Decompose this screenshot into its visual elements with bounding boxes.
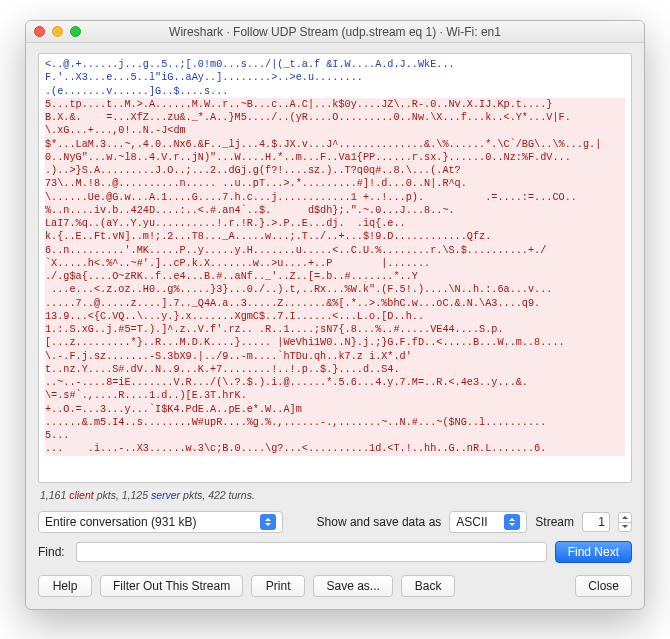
stream-line[interactable]: ./.g$a{....O~zRK..f..e4...B.#..aNf.._'..… [45, 270, 625, 283]
stream-line[interactable]: 0..NyG"...w.~l8..4.V.r..jN)"...W....H.*.… [45, 151, 625, 164]
window-controls [34, 26, 81, 37]
stream-line[interactable]: 5...tp....t..M.>.A......M.W..r..~B...c..… [45, 98, 625, 111]
stream-line[interactable]: +..O.=...3...y...`I$K4.PdE.A..pE.e*.W..A… [45, 403, 625, 416]
stream-line[interactable]: k.{..E..Ft.vN]..m!;.2...T8..._A.....w...… [45, 230, 625, 243]
close-button[interactable]: Close [575, 575, 632, 597]
stats-tail: pkts, 422 turns. [183, 489, 255, 501]
conversation-select-value: Entire conversation (931 kB) [45, 515, 196, 529]
stream-label: Stream [535, 515, 574, 529]
find-next-button[interactable]: Find Next [555, 541, 632, 563]
server-word: server [151, 489, 180, 501]
find-input[interactable] [76, 542, 547, 562]
stream-line[interactable]: \=.s#`.,....R....1.d..)[E.3T.hrK. [45, 389, 625, 402]
stream-line[interactable]: ......&.m5.I4..s........W#upR....%g.%.,.… [45, 416, 625, 429]
window-frame: Wireshark · Follow UDP Stream (udp.strea… [25, 20, 645, 610]
stream-line[interactable]: ..~..-....8=iE.......V.R.../(\.?.$.).i.@… [45, 376, 625, 389]
stream-line[interactable]: .)..>}S.A.........J.O..;...2..dGj.g(f?!.… [45, 164, 625, 177]
stream-line[interactable]: 1.:.S.xG..j.#5=T.).]^.z..V.f'.rz.. .R..1… [45, 323, 625, 336]
stream-line[interactable]: \.-.F.j.sz.......-S.3bX9.|../9..-m....`h… [45, 350, 625, 363]
filter-out-stream-button[interactable]: Filter Out This Stream [100, 575, 243, 597]
print-button[interactable]: Print [251, 575, 305, 597]
stream-line[interactable]: %..n....iv.b..424D....:..<.#.an4`..$. d$… [45, 204, 625, 217]
stream-line[interactable]: B.X.&. =...XfZ...zu&._*.A..}M5..../..(yR… [45, 111, 625, 124]
zoom-window-icon[interactable] [70, 26, 81, 37]
client-word: client [69, 489, 94, 501]
stream-line[interactable]: \......Ue.@G.w...A.1....G....7.h.c...j..… [45, 191, 625, 204]
stats-mid: pkts, [97, 489, 122, 501]
stream-line[interactable]: ... .i...-..X3......w.3\c;B.0....\g?...<… [45, 442, 625, 455]
client-pkts-count: 1,161 [40, 489, 66, 501]
find-label: Find: [38, 545, 68, 559]
stream-line[interactable]: $*...LaM.3...~,.4.0..Nx6.&F.._lj...4.$.J… [45, 138, 625, 151]
conversation-select[interactable]: Entire conversation (931 kB) [38, 511, 283, 533]
dropdown-arrows-icon [504, 514, 520, 530]
stream-line[interactable]: .(e.......v......]G..$....s... [45, 85, 625, 98]
window-title: Wireshark · Follow UDP Stream (udp.strea… [34, 25, 636, 39]
stream-line[interactable]: .....7..@.....z....].7.._Q4A.a..3.....Z.… [45, 297, 625, 310]
titlebar: Wireshark · Follow UDP Stream (udp.strea… [26, 21, 644, 43]
show-as-select[interactable]: ASCII [449, 511, 527, 533]
stream-line[interactable]: LaI7.%q..(aY..Y.yu..........!.r.!R.}.>.P… [45, 217, 625, 230]
stream-line[interactable]: `X.....h<.%^..~#'.]..cP.k.X.......w..>u.… [45, 257, 625, 270]
show-as-value: ASCII [456, 515, 487, 529]
minimize-window-icon[interactable] [52, 26, 63, 37]
stream-line[interactable]: [...z.........*}..R...M.D.K....}..... |W… [45, 336, 625, 349]
stream-line[interactable]: 73\..M.!8..@..........n..... ..u..pT...>… [45, 177, 625, 190]
server-pkts-count: 1,125 [122, 489, 148, 501]
stream-line[interactable]: F.'..X3...e...5..l"iG..aAy..]........>..… [45, 71, 625, 84]
show-as-label: Show and save data as [317, 515, 442, 529]
stream-content[interactable]: <..@.+......j...g..5..;[.0!m0...s.../|(_… [38, 53, 632, 483]
stream-line[interactable]: 6..n.........'.MK.....P..y.....y.H......… [45, 244, 625, 257]
stream-line[interactable]: 13.9...<{C.VQ..\...y.}.x.......XgmC$..7.… [45, 310, 625, 323]
close-window-icon[interactable] [34, 26, 45, 37]
stream-line[interactable]: t..nz.Y....S#.dV..N..9...K.+7........!..… [45, 363, 625, 376]
stream-stepper[interactable] [618, 512, 632, 532]
dropdown-arrows-icon [260, 514, 276, 530]
stream-line[interactable]: ...e...<.z.oz..H0..g%.....}3}...0./..).t… [45, 283, 625, 296]
packet-stats: 1,161 client pkts, 1,125 server pkts, 42… [40, 489, 630, 501]
stream-line[interactable]: 5... [45, 429, 625, 442]
back-button[interactable]: Back [401, 575, 455, 597]
help-button[interactable]: Help [38, 575, 92, 597]
stream-line[interactable]: <..@.+......j...g..5..;[.0!m0...s.../|(_… [45, 58, 625, 71]
stream-line[interactable]: \.xG...+...,0!..N.-J<dm [45, 124, 625, 137]
stream-number-input[interactable] [582, 512, 610, 532]
save-as-button[interactable]: Save as... [313, 575, 393, 597]
